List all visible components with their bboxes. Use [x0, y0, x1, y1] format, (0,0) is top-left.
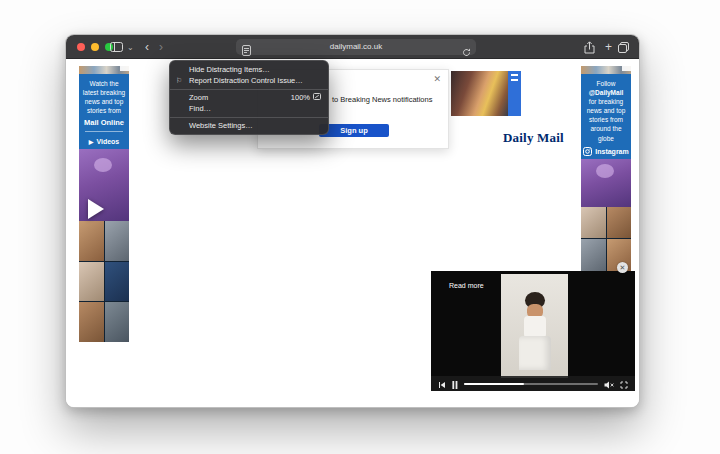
zoom-controls-icon[interactable] [313, 93, 321, 102]
pause-icon[interactable] [452, 375, 458, 393]
zoom-level-value: 100% [291, 93, 310, 102]
menu-item-zoom[interactable]: Zoom 100% [170, 92, 328, 103]
ad-image-strip [79, 66, 129, 74]
video-player: Read more [431, 271, 635, 391]
thumbnail-overlay-graphic [508, 71, 521, 116]
progress-fill [464, 383, 524, 385]
progress-bar[interactable] [464, 383, 598, 385]
browser-toolbar: ⌄ ‹ › dailymail.co.uk + [66, 35, 639, 59]
right-ad-text: Follow @DailyMail for breaking news and … [581, 74, 631, 145]
instagram-label: Instagram [595, 148, 628, 155]
menu-item-find[interactable]: Find… [170, 103, 328, 114]
page-settings-menu: Hide Distracting Items… ⚐ Report Distrac… [169, 60, 329, 135]
notification-message: to Breaking News notifications [332, 95, 432, 104]
videos-label: Videos [96, 138, 119, 145]
queen-photo [79, 149, 129, 221]
play-icon: ▶ [89, 139, 94, 145]
desktop: ⌄ ‹ › dailymail.co.uk + [0, 0, 720, 454]
skip-back-icon[interactable] [438, 375, 446, 393]
left-sidebar-ad[interactable]: Watch the latest breaking news and top s… [79, 66, 129, 342]
window-controls [77, 43, 113, 51]
dailymail-masthead-logo[interactable]: Daily Mail [503, 130, 564, 146]
close-window-button[interactable] [77, 43, 85, 51]
dailymail-handle: @DailyMail [589, 89, 624, 96]
minimize-window-button[interactable] [91, 43, 99, 51]
mail-online-logo: Mail Online [79, 118, 129, 127]
instagram-link[interactable]: Instagram [581, 145, 631, 159]
address-bar[interactable]: dailymail.co.uk [236, 39, 476, 55]
chevron-down-icon[interactable]: ⌄ [127, 35, 134, 59]
video-close-icon[interactable]: ✕ [617, 262, 628, 273]
video-controls [431, 376, 635, 391]
share-icon[interactable] [584, 35, 595, 59]
sign-up-button[interactable]: Sign up [319, 124, 389, 137]
menu-item-website-settings[interactable]: Website Settings… [170, 120, 328, 131]
ad-image-strip [581, 66, 631, 74]
menu-separator [170, 89, 328, 90]
ad-divider [85, 131, 123, 132]
read-more-link[interactable]: Read more [449, 282, 484, 289]
queen-photo [581, 159, 631, 207]
menu-item-hide-distracting-items[interactable]: Hide Distracting Items… [170, 64, 328, 75]
report-flag-icon: ⚐ [176, 75, 182, 86]
videos-link[interactable]: ▶ Videos [79, 138, 129, 145]
forward-icon[interactable]: › [159, 35, 163, 59]
right-sidebar-ad[interactable]: Follow @DailyMail for breaking news and … [581, 66, 631, 271]
fullscreen-icon[interactable] [620, 375, 628, 393]
browser-window: ⌄ ‹ › dailymail.co.uk + [65, 34, 640, 408]
page-content: Watch the latest breaking news and top s… [66, 59, 639, 408]
video-frame[interactable] [501, 274, 568, 378]
menu-separator [170, 117, 328, 118]
ad-marker [622, 66, 631, 71]
tabs-overview-icon[interactable] [618, 35, 629, 59]
right-ad-text-rest: for breaking news and top stories from a… [587, 98, 626, 141]
instagram-icon [583, 147, 592, 157]
big-play-icon[interactable] [88, 199, 104, 219]
ad-marker [120, 66, 129, 71]
close-icon[interactable]: ✕ [433, 74, 441, 84]
new-tab-icon[interactable]: + [605, 35, 612, 59]
url-text: dailymail.co.uk [236, 39, 476, 55]
sidebar-icon[interactable] [110, 35, 123, 59]
article-thumbnail[interactable] [451, 71, 521, 116]
mute-icon[interactable] [604, 375, 614, 393]
menu-item-report-issue[interactable]: ⚐ Report Distraction Control Issue… [170, 75, 328, 86]
back-icon[interactable]: ‹ [145, 35, 149, 59]
left-ad-text: Watch the latest breaking news and top s… [79, 74, 129, 117]
right-ad-intro: Follow [597, 80, 616, 87]
photo-collage [79, 221, 129, 342]
